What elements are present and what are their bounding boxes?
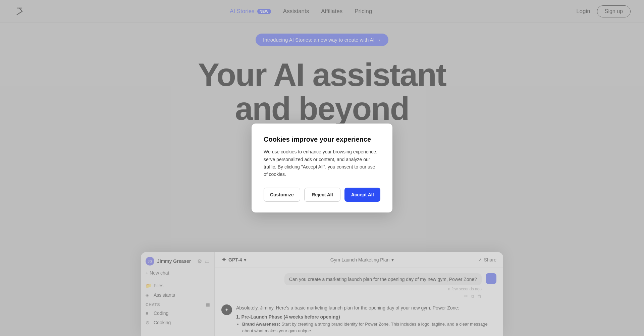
cookie-buttons: Customize Reject All Accept All bbox=[264, 188, 380, 202]
customize-button[interactable]: Customize bbox=[264, 188, 300, 202]
accept-button[interactable]: Accept All bbox=[344, 188, 380, 202]
cookie-dialog: Cookies improve your experience We use c… bbox=[252, 124, 392, 212]
cookie-title: Cookies improve your experience bbox=[264, 136, 380, 143]
reject-button[interactable]: Reject All bbox=[304, 188, 341, 202]
cookie-overlay: Cookies improve your experience We use c… bbox=[0, 0, 644, 336]
cookie-body: We use cookies to enhance your browsing … bbox=[264, 148, 380, 178]
